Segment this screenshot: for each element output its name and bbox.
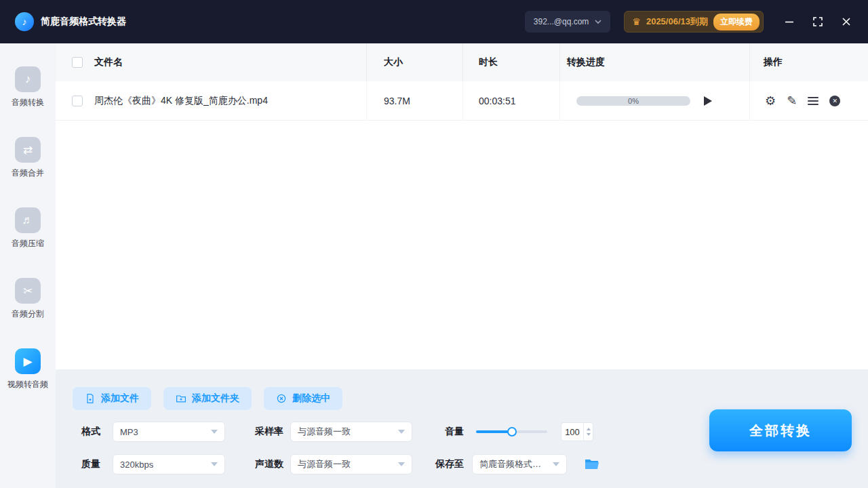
detail-list-icon[interactable]	[808, 97, 818, 105]
sidebar-item-video-to-audio[interactable]: ▶ 视频转音频	[0, 348, 56, 419]
app-logo: ♪	[15, 12, 34, 31]
row-checkbox[interactable]	[72, 96, 83, 106]
table-row: 周杰伦《夜曲》4K 修复版_简鹿办公.mp4 93.7M 00:03:51 0%…	[56, 81, 868, 121]
save-to-label: 保存至	[435, 458, 464, 470]
sidebar-item-label: 音频合并	[12, 167, 44, 179]
quality-value: 320kbps	[120, 460, 153, 470]
file-size: 93.7M	[384, 96, 410, 106]
volume-label: 音量	[445, 426, 464, 438]
merge-icon: ⇄	[15, 137, 41, 163]
sidebar-item-label: 视频转音频	[7, 379, 48, 390]
channels-value: 与源音频一致	[298, 458, 351, 470]
remove-file-icon[interactable]: ✕	[829, 96, 840, 106]
chevron-down-icon	[398, 462, 405, 466]
column-progress: 转换进度	[567, 56, 605, 68]
convert-all-button[interactable]: 全部转换	[709, 409, 852, 451]
add-file-button[interactable]: 添加文件	[73, 387, 151, 410]
format-select[interactable]: MP3	[113, 422, 225, 442]
account-dropdown[interactable]: 392...@qq.com	[525, 11, 611, 33]
app-title: 简鹿音频格式转换器	[41, 16, 126, 28]
sidebar-item-audio-merge[interactable]: ⇄ 音频合并	[0, 137, 56, 207]
fullscreen-icon	[813, 17, 823, 26]
window-controls	[784, 16, 852, 27]
folder-icon	[585, 458, 599, 470]
sidebar-item-audio-convert[interactable]: ♪ 音频转换	[0, 66, 56, 137]
play-button[interactable]	[704, 96, 712, 106]
titlebar: ♪ 简鹿音频格式转换器 392...@qq.com ♛ 2025/06/13到期…	[0, 0, 868, 43]
format-label: 格式	[81, 426, 100, 438]
folder-plus-icon	[176, 393, 186, 404]
video-play-icon: ▶	[15, 348, 41, 374]
sample-rate-select[interactable]: 与源音频一致	[290, 422, 412, 442]
license-badge[interactable]: ♛ 2025/06/13到期 立即续费	[624, 11, 764, 33]
sidebar: ♪ 音频转换 ⇄ 音频合并 ♬ 音频压缩 ✂ 音频分割 ▶ 视频转音频	[0, 43, 56, 488]
settings-row-2: 质量 320kbps 声道数 与源音频一致 保存至 简鹿音频格式转换器	[81, 454, 599, 474]
minimize-button[interactable]	[784, 16, 795, 27]
crown-icon: ♛	[632, 17, 641, 26]
bottom-panel: 添加文件 添加文件夹 删除选中	[56, 369, 868, 488]
delete-selected-button[interactable]: 删除选中	[264, 387, 342, 410]
sidebar-item-audio-split[interactable]: ✂ 音频分割	[0, 278, 56, 348]
table-header: 文件名 大小 时长 转换进度 操作	[56, 43, 868, 81]
music-note-icon: ♪	[22, 16, 27, 27]
format-value: MP3	[120, 427, 138, 437]
column-actions: 操作	[764, 56, 783, 68]
renew-button[interactable]: 立即续费	[713, 14, 760, 30]
spinner-down-icon[interactable]	[587, 433, 591, 436]
chevron-down-icon	[211, 462, 218, 466]
select-all-checkbox[interactable]	[72, 57, 83, 68]
add-folder-label: 添加文件夹	[192, 392, 239, 405]
progress-bar: 0%	[576, 96, 690, 106]
volume-slider[interactable]	[476, 430, 547, 433]
sidebar-item-label: 音频分割	[12, 308, 44, 320]
file-name: 周杰伦《夜曲》4K 修复版_简鹿办公.mp4	[94, 95, 268, 107]
volume-value: 100	[561, 423, 583, 441]
file-duration: 00:03:51	[479, 96, 516, 106]
minimize-icon	[785, 17, 794, 26]
rename-pencil-icon[interactable]: ✎	[787, 95, 797, 107]
chevron-down-icon	[553, 462, 559, 466]
slider-thumb[interactable]	[507, 427, 517, 436]
volume-input[interactable]: 100	[561, 422, 593, 441]
volume-spinner[interactable]	[583, 423, 593, 441]
quality-select[interactable]: 320kbps	[113, 454, 225, 474]
maximize-button[interactable]	[812, 16, 823, 27]
scissors-icon: ✂	[15, 278, 41, 304]
close-icon	[842, 17, 851, 26]
settings-row-1: 格式 MP3 采样率 与源音频一致 音量 100	[81, 422, 593, 442]
column-duration: 时长	[479, 56, 498, 68]
channels-label: 声道数	[255, 458, 283, 470]
chevron-down-icon	[211, 430, 218, 434]
sidebar-item-audio-compress[interactable]: ♬ 音频压缩	[0, 207, 56, 278]
table-empty-space	[56, 121, 868, 369]
file-actions-toolbar: 添加文件 添加文件夹 删除选中	[73, 387, 342, 410]
column-size: 大小	[384, 56, 403, 68]
main-area: 文件名 大小 时长 转换进度 操作 周杰伦《夜曲》4K 修复版_简鹿办公.mp4…	[56, 43, 868, 488]
chevron-down-icon	[398, 430, 405, 434]
chevron-down-icon	[595, 20, 601, 24]
save-to-select[interactable]: 简鹿音频格式转换器	[472, 454, 567, 474]
open-folder-button[interactable]	[585, 458, 599, 470]
sidebar-item-label: 音频转换	[12, 97, 44, 108]
delete-circle-icon	[276, 393, 287, 404]
save-to-value: 简鹿音频格式转换器	[479, 458, 549, 470]
add-folder-button[interactable]: 添加文件夹	[163, 387, 252, 410]
quality-label: 质量	[81, 458, 100, 470]
sample-rate-label: 采样率	[255, 426, 283, 438]
column-filename: 文件名	[94, 56, 123, 68]
close-button[interactable]	[841, 16, 852, 27]
music-note-icon: ♪	[15, 66, 41, 92]
spinner-up-icon[interactable]	[587, 428, 591, 430]
compress-icon: ♬	[15, 207, 41, 233]
settings-gear-icon[interactable]: ⚙	[765, 95, 776, 107]
account-email: 392...@qq.com	[534, 17, 589, 26]
sidebar-item-label: 音频压缩	[12, 238, 44, 249]
sample-rate-value: 与源音频一致	[298, 426, 351, 438]
channels-select[interactable]: 与源音频一致	[290, 454, 412, 474]
file-plus-icon	[85, 393, 96, 404]
delete-selected-label: 删除选中	[292, 392, 330, 405]
add-file-label: 添加文件	[101, 392, 139, 405]
expiry-date: 2025/06/13到期	[646, 16, 708, 28]
progress-percent: 0%	[628, 97, 639, 105]
